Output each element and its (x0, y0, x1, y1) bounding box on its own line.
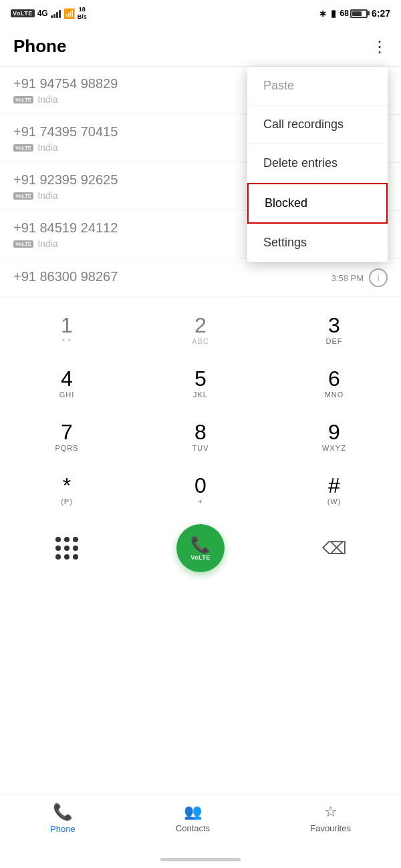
nav-item-phone[interactable]: 📞 Phone (50, 803, 76, 834)
battery-container: 68 (340, 9, 368, 18)
home-indicator (160, 858, 241, 861)
status-left: VoLTE 4G 📶 18B/s (11, 6, 87, 21)
menu-item-call-recordings[interactable]: Call recordings (247, 105, 388, 144)
bar4 (59, 10, 61, 18)
status-bar: VoLTE 4G 📶 18B/s ∗ ▮ 68 6:27 (0, 0, 401, 27)
bottom-nav: 📞 Phone 👥 Contacts ☆ Favourites (0, 795, 401, 841)
vibrate-icon: ▮ (331, 8, 336, 19)
bluetooth-icon: ∗ (319, 8, 327, 19)
bar3 (56, 12, 58, 18)
favourites-nav-icon: ☆ (324, 803, 338, 821)
nav-item-contacts[interactable]: 👥 Contacts (176, 803, 210, 833)
app-title: Phone (13, 36, 66, 57)
nav-label-phone: Phone (50, 824, 76, 834)
menu-item-delete-entries[interactable]: Delete entries (247, 144, 388, 183)
menu-item-paste[interactable]: Paste (247, 67, 388, 105)
battery-icon (350, 9, 368, 18)
backspace-icon: ⌫ (322, 538, 347, 559)
call-time: 3:58 PM (331, 273, 364, 283)
volte-badge: VoLTE (11, 9, 35, 17)
show-dialpad-button[interactable] (0, 537, 134, 560)
dial-key-7[interactable]: 7 PQRS (0, 411, 134, 464)
status-right: ∗ ▮ 68 6:27 (319, 8, 390, 19)
more-options-button[interactable]: ⋮ (372, 37, 388, 56)
signal-bars (51, 9, 61, 18)
info-button[interactable]: i (369, 268, 388, 287)
app-bar: Phone ⋮ (0, 27, 401, 67)
menu-item-settings[interactable]: Settings (247, 224, 388, 262)
wifi-icon: 📶 (63, 8, 75, 19)
phone-icon: 📞 (190, 535, 211, 554)
bar1 (51, 15, 53, 18)
dial-key-hash[interactable]: # (W) (267, 464, 401, 517)
time-display: 6:27 (372, 8, 390, 19)
nav-label-favourites: Favourites (310, 823, 351, 833)
dial-key-star[interactable]: * (P) (0, 464, 134, 517)
dial-key-4[interactable]: 4 GHI (0, 357, 134, 411)
network-type: 4G (37, 9, 48, 18)
dial-key-5[interactable]: 5 JKL (134, 357, 267, 411)
nav-label-contacts: Contacts (176, 823, 210, 833)
call-timestamp: 3:58 PM i (331, 268, 388, 287)
call-btn-circle[interactable]: 📞 VoLTE (176, 524, 225, 572)
dial-key-8[interactable]: 8 TUV (134, 411, 267, 464)
dial-key-6[interactable]: 6 MNO (267, 357, 401, 411)
phone-nav-icon: 📞 (53, 803, 73, 821)
bar2 (53, 14, 55, 18)
backspace-button[interactable]: ⌫ (267, 538, 401, 559)
call-button[interactable]: 📞 VoLTE (134, 524, 267, 572)
nav-item-favourites[interactable]: ☆ Favourites (310, 803, 351, 833)
dial-key-0[interactable]: 0 + (134, 464, 267, 517)
dial-key-9[interactable]: 9 WXYZ (267, 411, 401, 464)
volte-call-badge: VoLTE (190, 554, 211, 561)
menu-item-blocked[interactable]: Blocked (247, 183, 388, 224)
battery-level-text: 68 (340, 9, 349, 18)
dialpad-actions: 📞 VoLTE ⌫ (0, 517, 401, 586)
dial-key-3[interactable]: 3 DEF (267, 304, 401, 357)
dropdown-menu: Paste Call recordings Delete entries Blo… (247, 67, 388, 262)
contacts-nav-icon: 👥 (184, 803, 202, 821)
overlay-left (0, 67, 241, 361)
battery-fill (352, 11, 362, 16)
data-speed: 18B/s (78, 6, 87, 21)
dots-icon (55, 537, 78, 560)
